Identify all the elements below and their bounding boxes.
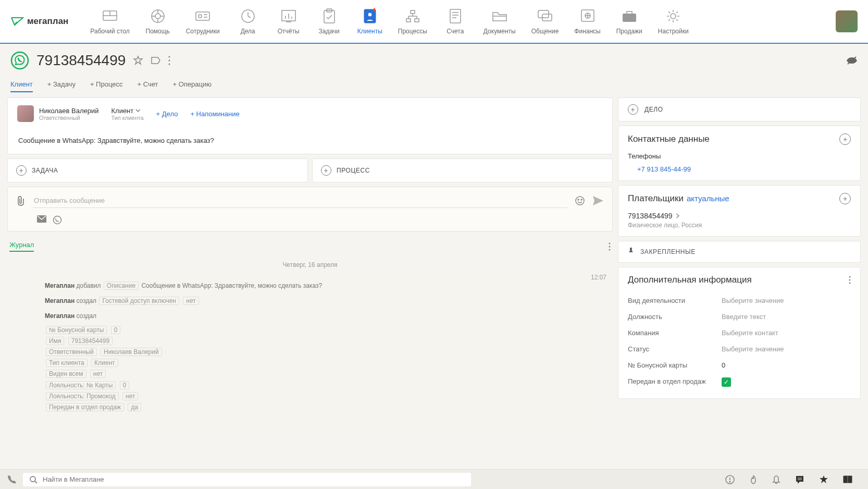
add-payer-icon[interactable]: + [839,193,851,204]
owner-name[interactable]: Николаев Валерий [39,107,98,115]
star-icon[interactable] [133,55,143,66]
svg-point-45 [671,14,676,19]
journal-date: Четверг, 16 апреля [7,256,613,274]
status-select[interactable]: Выберите значение [722,345,784,353]
payer-link[interactable]: 79138454499 [628,212,679,220]
nav-reports[interactable]: Отчёты [270,6,307,37]
nav-help[interactable]: Помощь [139,6,177,37]
chart-icon [280,8,297,25]
nav-documents[interactable]: Документы [477,6,522,37]
invoice-icon [447,8,464,25]
svg-point-10 [199,15,202,18]
page-title: 79138454499 [36,52,126,69]
payer-subtitle: Физическое лицо, Россия [628,222,851,229]
email-channel-icon[interactable] [37,215,46,223]
nav-finance[interactable]: Финансы [568,6,606,37]
add-deal-link[interactable]: + Дело [156,110,178,118]
tab-add-task[interactable]: + Задачу [47,77,76,92]
safe-icon [579,8,596,25]
chevron-right-icon [676,213,679,218]
nav-deals[interactable]: Дела [229,6,267,37]
create-process-button[interactable]: + ПРОЦЕСС [312,158,613,182]
whatsapp-icon [10,51,29,70]
attach-icon[interactable] [16,195,26,206]
add-reminder-link[interactable]: + Напоминание [190,110,239,118]
nav-employees[interactable]: Сотрудники [180,6,226,37]
bonus-card-value[interactable]: 0 [722,361,725,369]
journal-more-icon[interactable] [609,242,611,251]
svg-rect-33 [450,9,461,23]
nav-clients[interactable]: Клиенты [351,6,389,37]
process-icon [404,8,421,25]
tab-add-account[interactable]: + Счет [137,77,158,92]
message-input[interactable] [33,193,567,208]
position-input[interactable]: Введите текст [722,313,766,321]
svg-point-60 [849,279,851,281]
whatsapp-message: Сообщение в WhatsApp: Здравствуйте, можн… [17,135,603,146]
svg-point-59 [849,276,851,278]
user-avatar[interactable] [836,10,858,32]
tab-client[interactable]: Клиент [10,77,33,92]
nav-settings[interactable]: Настройки [652,6,695,37]
company-select[interactable]: Выберите контакт [722,329,778,337]
contacts-title: Контактные данные [628,134,710,144]
nav-chat[interactable]: Общение [525,6,565,37]
svg-point-49 [169,63,170,65]
main-nav: Рабочий стол Помощь Сотрудники Дела Отчё… [84,6,836,37]
svg-point-47 [169,56,170,57]
pin-icon [628,248,634,256]
svg-rect-25 [374,8,375,11]
visibility-icon[interactable] [846,56,858,65]
svg-point-52 [578,199,579,200]
svg-point-58 [609,249,611,250]
help-icon [150,8,166,25]
app-name: мегаплан [27,16,68,27]
nav-sales[interactable]: Продажи [610,6,649,37]
more-icon[interactable] [168,56,170,65]
svg-rect-9 [196,12,209,20]
create-task-button[interactable]: + ЗАДАЧА [7,158,308,182]
phones-label: Телефоны [628,152,851,160]
emoji-icon[interactable] [575,195,585,206]
chat-icon [537,8,553,25]
send-icon[interactable] [592,195,604,206]
journal-tab[interactable]: Журнал [9,241,34,252]
svg-point-4 [155,14,160,19]
phone-link[interactable]: +7 913 845-44-99 [628,165,851,173]
pinned-section[interactable]: ЗАКРЕПЛЕННЫЕ [628,248,851,256]
journal-time: 12:07 [591,274,606,281]
svg-point-57 [609,246,611,247]
owner-role: Ответственный [39,115,98,121]
nav-tasks[interactable]: Задачи [311,6,348,37]
nav-accounts[interactable]: Счета [437,6,474,37]
activity-select[interactable]: Выберите значение [722,297,784,304]
payers-mode[interactable]: актуальные [687,194,729,203]
add-contact-icon[interactable]: + [839,133,851,145]
gear-icon [665,8,681,25]
plus-icon: + [16,165,27,176]
whatsapp-channel-icon[interactable] [53,215,62,225]
tab-add-operation[interactable]: + Операцию [172,77,212,92]
nav-processes[interactable]: Процессы [392,6,433,37]
clients-icon [362,8,378,25]
svg-point-51 [576,197,584,205]
svg-rect-28 [415,19,419,22]
clock-icon [240,8,256,25]
app-logo[interactable]: мегаплан [10,16,68,27]
chevron-down-icon [135,109,141,112]
plus-icon: + [321,165,331,176]
desktop-icon [102,8,118,25]
nav-desktop[interactable]: Рабочий стол [84,6,135,37]
tab-add-process[interactable]: + Процесс [90,77,123,92]
sales-checkbox[interactable]: ✓ [722,377,731,387]
tag-icon[interactable] [151,56,161,65]
svg-point-24 [368,13,372,17]
extra-more-icon[interactable] [849,276,851,284]
svg-rect-26 [411,10,415,14]
svg-line-15 [248,16,251,18]
owner-avatar[interactable] [17,105,34,122]
journal-entry: 12:07 Мегаплан добавил Описание Сообщени… [35,274,585,425]
create-deal-button[interactable]: + ДЕЛО [618,97,861,121]
plus-icon: + [628,104,638,115]
client-type-selector[interactable]: Клиент Тип клиента [111,107,143,121]
